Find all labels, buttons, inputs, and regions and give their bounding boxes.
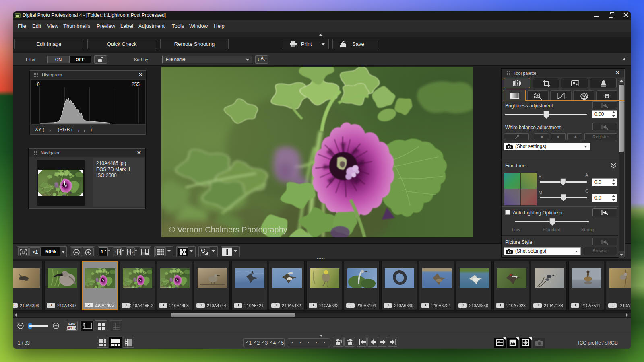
svg-text:!: ! [202,249,204,253]
svg-text:© Vernon Chalmers Photography: © Vernon Chalmers Photography [169,225,287,234]
svg-text:1: 1 [115,250,117,254]
svg-text:*: * [118,249,120,251]
svg-text:1: 1 [128,250,130,254]
svg-text:2: 2 [132,250,134,254]
